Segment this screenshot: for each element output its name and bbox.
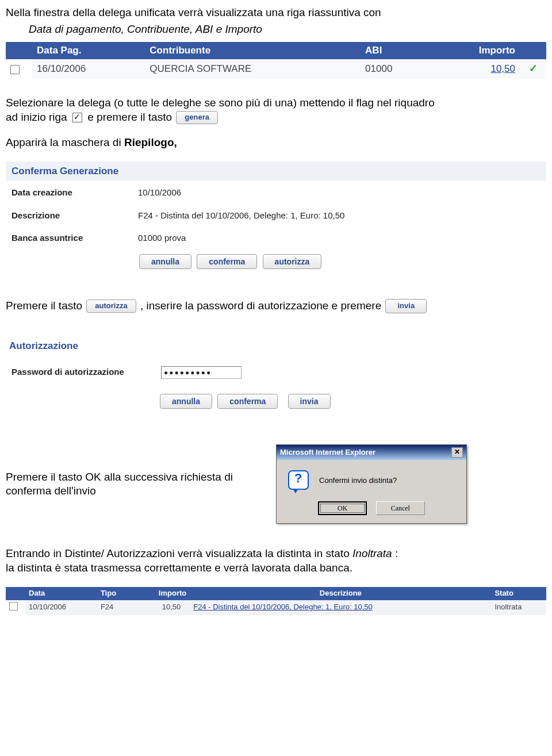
row-checkbox-2[interactable] <box>9 602 18 611</box>
annulla-button[interactable]: annulla <box>139 254 191 269</box>
cell-abi: 01000 <box>361 59 431 78</box>
delega-table: Data Pag. Contribuente ABI Importo 16/10… <box>6 42 546 78</box>
col-contribuente: Contribuente <box>145 42 361 59</box>
cell2-importo: 10,50 <box>133 600 190 615</box>
importo-link[interactable]: 10,50 <box>490 63 515 74</box>
descrizione-link[interactable]: F24 - Distinta del 10/10/2006, Deleghe: … <box>193 603 372 611</box>
cell2-stato: Inoltrata <box>491 600 546 615</box>
col2-descrizione: Descrizione <box>190 587 491 600</box>
question-icon: ? <box>288 470 309 491</box>
panel-title-conferma: Conferma Generazione <box>6 162 546 181</box>
col-abi: ABI <box>361 42 431 59</box>
checkbox-checked-icon <box>72 113 82 122</box>
table-row: 16/10/2006 QUERCIA SOFTWARE 01000 10,50 … <box>6 59 546 78</box>
instruction-4: Premere il tasto autorizza , inserire la… <box>6 299 546 313</box>
confirm-dialog: Microsoft Internet Explorer ✕ ? Confermi… <box>276 444 467 524</box>
instruction-3: Apparirà la maschera di Riepilogo, <box>6 136 546 150</box>
auth-panel: Autorizzazione Password di autorizzazion… <box>6 336 546 416</box>
panel-title-auth: Autorizzazione <box>6 336 546 356</box>
col2-importo: Importo <box>133 587 190 600</box>
intro-line2: Data di pagamento, Contribuente, ABI e I… <box>29 22 546 37</box>
col2-stato: Stato <box>491 587 546 600</box>
auth-conferma-button[interactable]: conferma <box>217 394 278 409</box>
cell-data: 16/10/2006 <box>32 59 145 78</box>
auth-annulla-button[interactable]: annulla <box>160 394 212 409</box>
label-descrizione: Descrizione <box>12 210 138 221</box>
label-banca: Banca assuntrice <box>12 232 138 244</box>
col-importo: Importo <box>431 42 520 59</box>
invia-button-inline[interactable]: invia <box>385 299 427 313</box>
cancel-button[interactable]: Cancel <box>376 501 425 515</box>
table-row: 10/10/2006 F24 10,50 F24 - Distinta del … <box>6 600 546 615</box>
value-descrizione: F24 - Distinta del 10/10/2006, Deleghe: … <box>138 210 540 221</box>
cell-contribuente: QUERCIA SOFTWARE <box>145 59 361 78</box>
conferma-panel: Conferma Generazione Data creazione 10/1… <box>6 162 546 276</box>
label-password: Password di autorizzazione <box>12 366 161 379</box>
genera-button[interactable]: genera <box>176 111 218 124</box>
close-icon[interactable]: ✕ <box>451 447 463 458</box>
check-icon: ✓ <box>529 63 538 74</box>
col2-tipo: Tipo <box>97 587 134 600</box>
value-data-creazione: 10/10/2006 <box>138 187 540 198</box>
distinta-table: Data Tipo Importo Descrizione Stato 10/1… <box>6 587 546 615</box>
password-input[interactable]: ●●●●●●●●● <box>161 366 241 379</box>
final-instruction: Entrando in Distinte/ Autorizzazioni ver… <box>6 547 546 575</box>
col2-data: Data <box>25 587 97 600</box>
autorizza-button[interactable]: autorizza <box>263 254 322 269</box>
intro-line1: Nella finestra della delega unificata ve… <box>6 6 546 20</box>
instruction-2: Selezionare la delega (o tutte le delegh… <box>6 96 546 124</box>
dialog-instruction: Premere il tasto OK alla successiva rich… <box>6 470 259 498</box>
dialog-message: Confermi invio distinta? <box>319 476 397 486</box>
autorizza-button-inline[interactable]: autorizza <box>86 300 136 313</box>
value-banca: 01000 prova <box>138 232 540 244</box>
dialog-title-text: Microsoft Internet Explorer <box>280 448 375 458</box>
conferma-button[interactable]: conferma <box>197 254 257 269</box>
cell2-tipo: F24 <box>97 600 134 615</box>
cell2-data: 10/10/2006 <box>25 600 97 615</box>
label-data-creazione: Data creazione <box>12 187 138 198</box>
ok-button[interactable]: OK <box>318 501 367 515</box>
col-data-pag: Data Pag. <box>32 42 145 59</box>
row-checkbox[interactable] <box>10 65 20 74</box>
auth-invia-button[interactable]: invia <box>288 394 331 409</box>
